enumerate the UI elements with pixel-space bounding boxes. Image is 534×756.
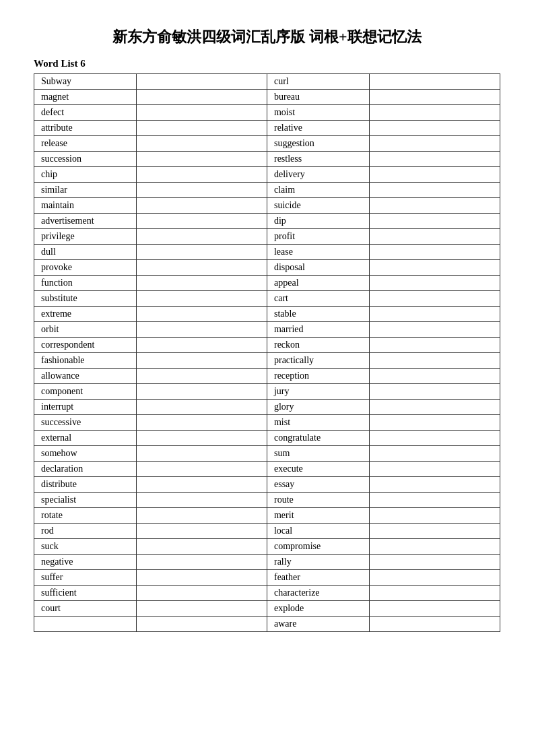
cell-r34-c0: court — [34, 601, 137, 617]
cell-r32-c0: suffer — [34, 570, 137, 586]
table-row: Subway curl — [34, 74, 500, 90]
cell-r26-c2: essay — [267, 477, 369, 493]
cell-r22-c0: successive — [34, 415, 137, 431]
cell-r8-c0: maintain — [34, 198, 137, 214]
cell-r19-c1 — [137, 369, 267, 384]
table-row: somehow sum — [34, 446, 500, 462]
cell-r6-c3 — [370, 167, 500, 183]
cell-r7-c2: claim — [267, 183, 369, 198]
cell-r26-c0: distribute — [34, 477, 137, 493]
cell-r21-c0: interrupt — [34, 400, 137, 415]
table-row: rod local — [34, 524, 500, 539]
table-row: aware — [34, 617, 500, 632]
cell-r33-c1 — [137, 586, 267, 601]
cell-r9-c2: dip — [267, 214, 369, 229]
cell-r4-c2: suggestion — [267, 136, 369, 152]
cell-r8-c2: suicide — [267, 198, 369, 214]
table-row: negative rally — [34, 555, 500, 570]
cell-r31-c1 — [137, 555, 267, 570]
cell-r13-c1 — [137, 276, 267, 291]
cell-r16-c2: married — [267, 322, 369, 338]
table-row: rotate merit — [34, 508, 500, 524]
cell-r34-c3 — [370, 601, 500, 617]
cell-r13-c3 — [370, 276, 500, 291]
cell-r4-c1 — [137, 136, 267, 152]
cell-r1-c0: magnet — [34, 90, 137, 105]
cell-r20-c3 — [370, 384, 500, 400]
cell-r24-c0: somehow — [34, 446, 137, 462]
cell-r16-c3 — [370, 322, 500, 338]
cell-r17-c1 — [137, 338, 267, 353]
cell-r11-c3 — [370, 245, 500, 260]
cell-r9-c0: advertisement — [34, 214, 137, 229]
cell-r11-c1 — [137, 245, 267, 260]
cell-r15-c3 — [370, 307, 500, 322]
cell-r19-c0: allowance — [34, 369, 137, 384]
word-table: Subway curl magnet bureau defect moist a… — [34, 73, 500, 632]
cell-r10-c1 — [137, 229, 267, 245]
word-list-label: Word List 6 — [34, 58, 500, 69]
cell-r24-c1 — [137, 446, 267, 462]
table-row: allowance reception — [34, 369, 500, 384]
table-row: privilege profit — [34, 229, 500, 245]
cell-r22-c1 — [137, 415, 267, 431]
cell-r31-c3 — [370, 555, 500, 570]
cell-r26-c3 — [370, 477, 500, 493]
cell-r25-c1 — [137, 462, 267, 477]
cell-r23-c0: external — [34, 431, 137, 446]
cell-r31-c0: negative — [34, 555, 137, 570]
table-row: interrupt glory — [34, 400, 500, 415]
cell-r14-c1 — [137, 291, 267, 307]
cell-r21-c3 — [370, 400, 500, 415]
cell-r7-c3 — [370, 183, 500, 198]
cell-r32-c3 — [370, 570, 500, 586]
cell-r30-c2: compromise — [267, 539, 369, 555]
table-row: correspondent reckon — [34, 338, 500, 353]
cell-r5-c1 — [137, 152, 267, 167]
cell-r28-c1 — [137, 508, 267, 524]
cell-r22-c2: mist — [267, 415, 369, 431]
cell-r33-c2: characterize — [267, 586, 369, 601]
table-row: suck compromise — [34, 539, 500, 555]
cell-r0-c1 — [137, 74, 267, 90]
cell-r18-c1 — [137, 353, 267, 369]
cell-r29-c1 — [137, 524, 267, 539]
cell-r21-c1 — [137, 400, 267, 415]
cell-r30-c3 — [370, 539, 500, 555]
cell-r24-c2: sum — [267, 446, 369, 462]
cell-r15-c1 — [137, 307, 267, 322]
cell-r19-c2: reception — [267, 369, 369, 384]
cell-r25-c3 — [370, 462, 500, 477]
cell-r16-c1 — [137, 322, 267, 338]
cell-r2-c3 — [370, 105, 500, 121]
table-row: provoke disposal — [34, 260, 500, 276]
table-row: similar claim — [34, 183, 500, 198]
cell-r12-c1 — [137, 260, 267, 276]
cell-r1-c1 — [137, 90, 267, 105]
cell-r29-c0: rod — [34, 524, 137, 539]
cell-r12-c2: disposal — [267, 260, 369, 276]
cell-r32-c2: feather — [267, 570, 369, 586]
cell-r10-c3 — [370, 229, 500, 245]
cell-r9-c1 — [137, 214, 267, 229]
cell-r12-c0: provoke — [34, 260, 137, 276]
cell-r25-c0: declaration — [34, 462, 137, 477]
cell-r6-c0: chip — [34, 167, 137, 183]
cell-r17-c0: correspondent — [34, 338, 137, 353]
cell-r35-c1 — [137, 617, 267, 632]
cell-r19-c3 — [370, 369, 500, 384]
cell-r17-c3 — [370, 338, 500, 353]
cell-r7-c0: similar — [34, 183, 137, 198]
cell-r27-c3 — [370, 493, 500, 508]
cell-r26-c1 — [137, 477, 267, 493]
cell-r11-c0: dull — [34, 245, 137, 260]
cell-r8-c1 — [137, 198, 267, 214]
cell-r27-c1 — [137, 493, 267, 508]
cell-r9-c3 — [370, 214, 500, 229]
table-row: declaration execute — [34, 462, 500, 477]
table-row: chip delivery — [34, 167, 500, 183]
table-row: defect moist — [34, 105, 500, 121]
cell-r13-c2: appeal — [267, 276, 369, 291]
cell-r25-c2: execute — [267, 462, 369, 477]
cell-r5-c2: restless — [267, 152, 369, 167]
